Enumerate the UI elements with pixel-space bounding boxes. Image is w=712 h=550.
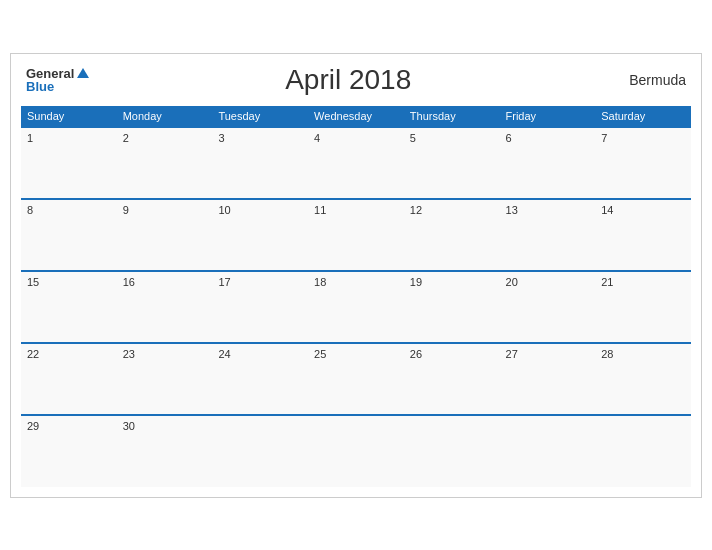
svg-marker-0	[77, 68, 89, 78]
calendar-week-row: 891011121314	[21, 199, 691, 271]
day-number: 17	[218, 276, 230, 288]
day-number: 21	[601, 276, 613, 288]
day-number: 4	[314, 132, 320, 144]
calendar-day-cell	[500, 415, 596, 487]
calendar-day-cell: 23	[117, 343, 213, 415]
header-thursday: Thursday	[404, 106, 500, 127]
day-number: 16	[123, 276, 135, 288]
header-monday: Monday	[117, 106, 213, 127]
calendar-title: April 2018	[90, 64, 606, 96]
day-number: 3	[218, 132, 224, 144]
calendar-day-cell: 29	[21, 415, 117, 487]
calendar-day-cell: 5	[404, 127, 500, 199]
day-number: 11	[314, 204, 326, 216]
day-number: 5	[410, 132, 416, 144]
calendar-day-cell: 10	[212, 199, 308, 271]
calendar-day-cell: 7	[595, 127, 691, 199]
day-number: 28	[601, 348, 613, 360]
logo-general-text: General	[26, 67, 74, 80]
day-number: 22	[27, 348, 39, 360]
calendar-day-cell: 28	[595, 343, 691, 415]
calendar-day-cell: 19	[404, 271, 500, 343]
day-number: 8	[27, 204, 33, 216]
calendar-day-cell: 14	[595, 199, 691, 271]
calendar-day-cell: 8	[21, 199, 117, 271]
day-number: 27	[506, 348, 518, 360]
calendar-region: Bermuda	[606, 72, 686, 88]
header-friday: Friday	[500, 106, 596, 127]
calendar-container: General Blue April 2018 Bermuda Sunday M…	[10, 53, 702, 498]
calendar-day-cell	[595, 415, 691, 487]
calendar-day-cell: 27	[500, 343, 596, 415]
calendar-day-cell	[308, 415, 404, 487]
calendar-day-cell: 6	[500, 127, 596, 199]
day-number: 19	[410, 276, 422, 288]
calendar-day-cell: 15	[21, 271, 117, 343]
calendar-day-cell: 9	[117, 199, 213, 271]
calendar-day-cell: 24	[212, 343, 308, 415]
calendar-header: General Blue April 2018 Bermuda	[21, 64, 691, 96]
calendar-week-row: 15161718192021	[21, 271, 691, 343]
calendar-day-cell: 1	[21, 127, 117, 199]
logo-blue-text: Blue	[26, 80, 54, 93]
calendar-day-cell: 25	[308, 343, 404, 415]
logo: General Blue	[26, 66, 90, 93]
calendar-day-cell: 21	[595, 271, 691, 343]
day-number: 7	[601, 132, 607, 144]
header-saturday: Saturday	[595, 106, 691, 127]
day-number: 2	[123, 132, 129, 144]
calendar-day-cell: 17	[212, 271, 308, 343]
calendar-day-cell: 2	[117, 127, 213, 199]
day-number: 23	[123, 348, 135, 360]
day-number: 12	[410, 204, 422, 216]
calendar-day-cell: 26	[404, 343, 500, 415]
day-number: 29	[27, 420, 39, 432]
header-wednesday: Wednesday	[308, 106, 404, 127]
calendar-week-row: 2930	[21, 415, 691, 487]
calendar-day-cell: 16	[117, 271, 213, 343]
day-number: 24	[218, 348, 230, 360]
day-number: 10	[218, 204, 230, 216]
logo-triangle-icon	[76, 66, 90, 80]
day-number: 15	[27, 276, 39, 288]
calendar-day-cell: 11	[308, 199, 404, 271]
day-number: 18	[314, 276, 326, 288]
calendar-day-cell: 12	[404, 199, 500, 271]
day-number: 13	[506, 204, 518, 216]
day-number: 6	[506, 132, 512, 144]
calendar-day-cell: 30	[117, 415, 213, 487]
calendar-week-row: 1234567	[21, 127, 691, 199]
calendar-day-cell: 22	[21, 343, 117, 415]
day-number: 9	[123, 204, 129, 216]
header-tuesday: Tuesday	[212, 106, 308, 127]
day-number: 30	[123, 420, 135, 432]
calendar-day-cell: 18	[308, 271, 404, 343]
calendar-day-cell	[404, 415, 500, 487]
day-number: 14	[601, 204, 613, 216]
day-number: 26	[410, 348, 422, 360]
weekday-header-row: Sunday Monday Tuesday Wednesday Thursday…	[21, 106, 691, 127]
header-sunday: Sunday	[21, 106, 117, 127]
calendar-day-cell	[212, 415, 308, 487]
day-number: 20	[506, 276, 518, 288]
calendar-day-cell: 4	[308, 127, 404, 199]
calendar-day-cell: 20	[500, 271, 596, 343]
calendar-day-cell: 3	[212, 127, 308, 199]
day-number: 25	[314, 348, 326, 360]
calendar-day-cell: 13	[500, 199, 596, 271]
calendar-table: Sunday Monday Tuesday Wednesday Thursday…	[21, 106, 691, 487]
day-number: 1	[27, 132, 33, 144]
calendar-week-row: 22232425262728	[21, 343, 691, 415]
